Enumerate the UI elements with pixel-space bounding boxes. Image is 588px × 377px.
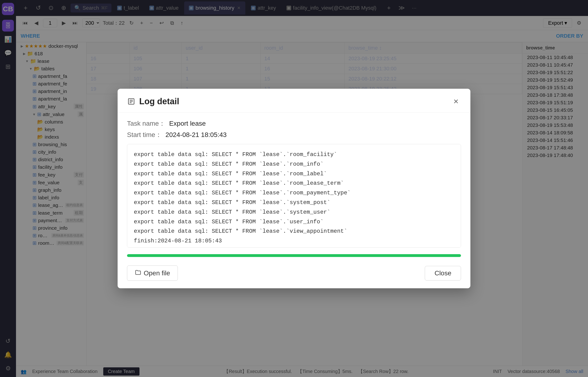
modal-log-area[interactable]: export table data sql: SELECT * FROM `le… — [127, 144, 461, 247]
task-name-value: Export lease — [169, 120, 206, 127]
task-name-row: Task name： Export lease — [127, 119, 461, 128]
modal-header: Log detail ✕ — [118, 89, 470, 113]
log-line: export table data sql: SELECT * FROM `le… — [134, 179, 454, 188]
log-line: export table data sql: SELECT * FROM `le… — [134, 160, 454, 169]
modal-title-row: Log detail — [127, 96, 179, 106]
log-line: export table data sql: SELECT * FROM `le… — [134, 208, 454, 217]
modal-footer: Open file Close — [118, 262, 470, 288]
log-line-finish: finish:2024-08-21 18:05:43 — [134, 236, 454, 246]
close-modal-btn[interactable]: Close — [425, 266, 461, 281]
open-file-label: Open file — [144, 270, 170, 277]
modal-log-icon — [127, 97, 136, 106]
task-name-label: Task name： — [127, 120, 165, 127]
open-file-btn[interactable]: Open file — [127, 265, 178, 281]
log-line: export table data sql: SELECT * FROM `le… — [134, 188, 454, 198]
folder-open-icon — [135, 269, 141, 277]
log-line: export table data sql: SELECT * FROM `le… — [134, 217, 454, 227]
log-line: export table data sql: SELECT * FROM `le… — [134, 227, 454, 236]
modal-overlay: Log detail ✕ Task name： Export lease Sta… — [0, 0, 588, 377]
start-time-label: Start time： — [127, 131, 162, 138]
start-time-value: 2024-08-21 18:05:43 — [166, 131, 227, 138]
log-line-file: file:██████████/Documents/lease_1.sql — [134, 246, 454, 247]
modal-close-btn[interactable]: ✕ — [451, 96, 461, 106]
start-time-row: Start time： 2024-08-21 18:05:43 — [127, 130, 461, 139]
log-line: export table data sql: SELECT * FROM `le… — [134, 169, 454, 179]
log-line: export table data sql: SELECT * FROM `le… — [134, 198, 454, 208]
modal-title: Log detail — [139, 96, 179, 106]
modal-meta: Task name： Export lease Start time： 2024… — [118, 113, 470, 144]
modal-progress-track — [127, 254, 461, 257]
log-line: export table data sql: SELECT * FROM `le… — [134, 150, 454, 160]
log-detail-modal: Log detail ✕ Task name： Export lease Sta… — [118, 89, 470, 288]
modal-progress-bar — [127, 254, 461, 257]
